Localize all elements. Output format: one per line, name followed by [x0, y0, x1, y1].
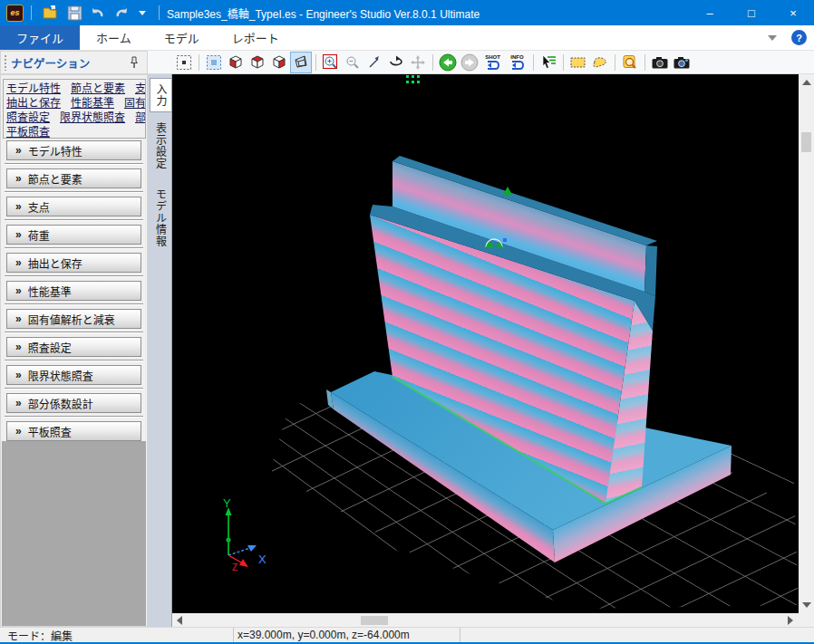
close-button[interactable]: × — [772, 0, 814, 25]
accordion-separator — [5, 247, 143, 249]
scroll-right-icon[interactable] — [788, 616, 793, 625]
rotate-view-button[interactable] — [385, 52, 407, 73]
status-mode: モード：編集 — [0, 628, 234, 642]
accordion-section-10[interactable]: »平板照査 — [6, 421, 141, 441]
select-lasso-button[interactable] — [589, 52, 611, 73]
side-tab-display-settings[interactable]: 表示設定 — [150, 118, 171, 174]
toolbar-separator — [533, 54, 534, 71]
navigation-panel-title: ナビゲーション — [11, 54, 90, 72]
nav-link-limit-state[interactable]: 限界状態照査 — [60, 111, 125, 124]
toolbar-separator — [563, 54, 564, 71]
maximize-button[interactable]: □ — [731, 0, 772, 25]
find-zoom-button[interactable] — [619, 52, 641, 73]
side-tab-model-info[interactable]: モデル情報 — [150, 183, 171, 252]
accordion-section-0[interactable]: »モデル特性 — [6, 140, 141, 160]
accordion-section-label: 部分係数設計 — [28, 396, 93, 411]
accordion-separator — [5, 219, 143, 221]
x-axis-arrow-icon — [247, 545, 257, 552]
view-top-cube-button[interactable] — [247, 52, 268, 73]
window-title: Sample3es_橋軸_TypeI.es - Engineer's Studi… — [167, 5, 480, 21]
pan-view-button[interactable] — [407, 52, 429, 73]
accordion-section-4[interactable]: »抽出と保存 — [6, 253, 141, 273]
status-empty-cell — [460, 628, 814, 642]
viewport-3d-canvas[interactable]: Y X Z — [172, 74, 799, 613]
viewport-horizontal-scrollbar[interactable] — [172, 613, 799, 628]
quick-access-dropdown-icon[interactable] — [139, 11, 146, 15]
accordion-section-6[interactable]: »固有値解析と減衰 — [6, 309, 141, 329]
nav-link-extract-save[interactable]: 抽出と保存 — [6, 97, 61, 110]
accordion-section-label: 支点 — [28, 199, 50, 215]
history-back-button[interactable] — [437, 52, 459, 73]
selection-mode-button[interactable] — [173, 52, 195, 73]
redo-icon[interactable] — [112, 4, 131, 22]
accordion-section-2[interactable]: »支点 — [6, 197, 141, 216]
accordion-section-9[interactable]: »部分係数設計 — [6, 393, 141, 413]
view-left-cube-button[interactable] — [225, 52, 247, 73]
scroll-left-icon[interactable] — [177, 616, 182, 625]
info-output-button[interactable]: INFO — [505, 52, 529, 73]
viewport-vertical-scrollbar[interactable] — [799, 74, 814, 613]
zoom-in-rect-button[interactable] — [320, 52, 342, 73]
app-icon[interactable]: es — [6, 5, 24, 22]
zoom-extents-button[interactable] — [363, 52, 385, 73]
undo-icon[interactable] — [89, 4, 107, 22]
ribbon-collapse-icon[interactable] — [768, 35, 777, 41]
expand-chevron-icon: » — [15, 369, 22, 381]
nav-link-nodes-elements[interactable]: 節点と要素 — [71, 82, 125, 95]
accordion-section-3[interactable]: »荷重 — [6, 225, 141, 245]
menu-tab-file[interactable]: ファイル — [0, 25, 80, 50]
z-axis-arrow-icon — [239, 559, 248, 567]
minimize-button[interactable]: – — [689, 0, 731, 25]
nav-link-eigen[interactable]: 固有値解析と減衰 — [124, 97, 145, 110]
nav-link-performance[interactable]: 性能基準 — [71, 97, 114, 110]
window-controls: – □ × — [689, 0, 814, 25]
select-rectangle-button[interactable] — [567, 52, 589, 73]
nav-link-partial-factor[interactable]: 部分係数設計 — [135, 111, 145, 124]
menu-tab-report[interactable]: レポート — [216, 25, 296, 50]
horizontal-scroll-thumb[interactable] — [361, 616, 388, 625]
accordion-section-7[interactable]: »照査設定 — [6, 337, 141, 357]
capture-clipboard-button[interactable] — [671, 52, 693, 73]
nav-link-model-props[interactable]: モデル特性 — [6, 82, 61, 95]
expand-chevron-icon: » — [15, 284, 22, 297]
save-icon[interactable] — [65, 4, 83, 22]
open-file-icon[interactable] — [42, 4, 60, 22]
history-forward-button[interactable] — [459, 52, 480, 73]
parapet-end-face — [644, 245, 657, 296]
accordion-section-5[interactable]: »性能基準 — [6, 281, 141, 301]
select-pointer-button[interactable] — [538, 52, 559, 73]
side-tab-input[interactable]: 入力 — [150, 78, 171, 112]
accordion-section-label: 限界状態照査 — [28, 368, 93, 383]
scroll-up-icon[interactable] — [802, 80, 811, 85]
accordion-section-8[interactable]: »限界状態照査 — [6, 365, 141, 385]
accordion-separator — [5, 332, 143, 333]
menu-tab-model[interactable]: モデル — [148, 25, 216, 50]
help-icon[interactable]: ? — [791, 30, 807, 45]
panel-grip-icon[interactable] — [4, 54, 7, 71]
nav-link-supports[interactable]: 支点 — [135, 82, 145, 95]
nav-link-row: 抽出と保存性能基準固有値解析と減衰 — [6, 95, 145, 110]
navigation-panel: モデル特性節点と要素支点 抽出と保存性能基準固有値解析と減衰 照査設定限界状態照… — [0, 74, 148, 627]
capture-camera-button[interactable] — [649, 52, 671, 73]
shot-output-button[interactable]: SHOT — [480, 52, 505, 73]
scroll-down-icon[interactable] — [802, 602, 811, 608]
y-axis-label: Y — [223, 496, 231, 510]
menu-tab-home[interactable]: ホーム — [80, 25, 148, 50]
nav-link-row: 平板照査 — [6, 124, 145, 139]
navigation-accordion: »モデル特性»節点と要素»支点»荷重»抽出と保存»性能基準»固有値解析と減衰»照… — [1, 140, 147, 449]
accordion-separator — [5, 388, 143, 389]
accordion-section-label: 抽出と保存 — [28, 255, 82, 271]
nav-link-plate-check[interactable]: 平板照査 — [6, 126, 50, 139]
pin-icon[interactable] — [127, 55, 141, 70]
vertical-scroll-thumb[interactable] — [801, 132, 811, 152]
zoom-out-button[interactable] — [342, 52, 363, 73]
fit-view-button[interactable] — [203, 52, 225, 73]
view-right-cube-button[interactable] — [268, 52, 290, 73]
toolbar-separator — [199, 54, 199, 71]
accordion-section-1[interactable]: »節点と要素 — [6, 168, 141, 188]
snap-reference-dots — [406, 75, 420, 83]
nav-link-check-settings[interactable]: 照査設定 — [6, 111, 50, 124]
menu-bar: ファイル ホーム モデル レポート ? — [0, 25, 814, 51]
perspective-view-button[interactable] — [290, 52, 312, 73]
accordion-section-label: 照査設定 — [28, 340, 72, 355]
